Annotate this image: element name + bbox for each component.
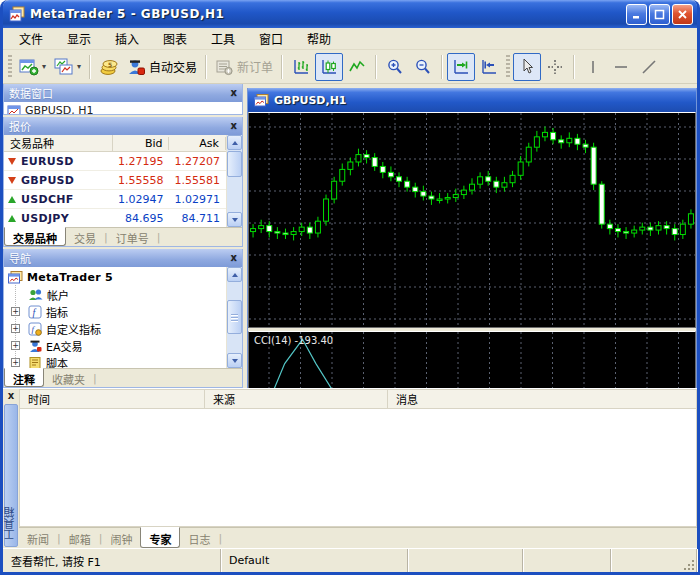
col-ask[interactable]: Ask	[169, 137, 226, 150]
menu-insert[interactable]: 插入	[103, 28, 151, 49]
tree-root[interactable]: MetaTrader 5	[4, 269, 226, 286]
quotes-panel: 报价 x 交易品种 Bid Ask EURUSD 1.27195 1.272	[3, 117, 243, 247]
shift-end-icon	[452, 58, 470, 76]
autotrading-icon	[127, 58, 146, 76]
history-center-button[interactable]: 5	[95, 53, 123, 81]
menu-help[interactable]: 帮助	[295, 28, 343, 49]
maximize-button[interactable]	[649, 4, 670, 25]
menu-file[interactable]: 文件	[7, 28, 55, 49]
tree-item-indicators[interactable]: + f 指标	[4, 303, 226, 320]
vertical-line-button[interactable]	[579, 53, 607, 81]
tab-experts[interactable]: 专家	[140, 527, 180, 548]
candlestick-chart-button[interactable]	[315, 53, 343, 81]
data-window-titlebar[interactable]: 数据窗口 x	[4, 84, 242, 102]
tab-news[interactable]: 新闻	[19, 528, 57, 548]
tab-common[interactable]: 注释	[4, 368, 44, 387]
close-icon[interactable]: x	[231, 88, 237, 98]
col-bid[interactable]: Bid	[113, 137, 170, 150]
quote-row[interactable]: GBPUSD 1.55558 1.55581	[4, 171, 226, 190]
tree-item-custom-indicators[interactable]: + f 自定义指标	[4, 320, 226, 337]
shift-chart-end-button[interactable]	[447, 53, 475, 81]
line-chart-button[interactable]	[343, 53, 371, 81]
auto-scroll-button[interactable]	[475, 53, 503, 81]
toolbar-grip[interactable]	[506, 55, 510, 79]
quote-row[interactable]: EURUSD 1.27195 1.27207	[4, 152, 226, 171]
new-order-icon	[215, 58, 234, 76]
price-direction-icon	[8, 177, 16, 184]
close-icon[interactable]: x	[231, 253, 237, 263]
tab-ticket[interactable]: 订单号	[108, 228, 157, 246]
new-chart-button[interactable]: ▾	[15, 53, 50, 81]
zoom-out-button[interactable]	[409, 53, 437, 81]
tree-item-accounts[interactable]: 帐户	[4, 286, 226, 303]
custom-indicator-icon: f	[28, 322, 42, 336]
col-message[interactable]: 消息	[388, 391, 696, 407]
toolbox-band[interactable]: 工具箱	[4, 404, 18, 547]
expand-icon[interactable]: +	[11, 341, 20, 350]
status-cell	[408, 549, 523, 572]
tab-favorites[interactable]: 收藏夹	[44, 369, 93, 387]
autotrading-label: 自动交易	[149, 58, 197, 75]
bar-chart-icon	[292, 58, 310, 76]
tab-mailbox[interactable]: 邮箱	[61, 528, 99, 548]
line-chart-icon	[348, 58, 366, 76]
crosshair-icon	[547, 59, 563, 75]
crosshair-button[interactable]	[541, 53, 569, 81]
zoom-in-button[interactable]	[381, 53, 409, 81]
expand-icon[interactable]: +	[11, 358, 20, 367]
scroll-down-icon	[227, 212, 242, 227]
quotes-title: 报价	[9, 118, 31, 134]
trendline-button[interactable]	[635, 53, 663, 81]
chart-profiles-button[interactable]: ▾	[50, 53, 85, 81]
horizontal-line-button[interactable]	[607, 53, 635, 81]
chart-window-title: GBPUSD,H1	[274, 94, 347, 107]
expand-icon[interactable]: +	[11, 307, 20, 316]
navigator-titlebar[interactable]: 导航 x	[4, 249, 242, 267]
toolbox-body[interactable]	[19, 409, 697, 527]
status-profile[interactable]: Default	[221, 549, 408, 572]
price-direction-icon	[8, 158, 16, 165]
tab-trade[interactable]: 交易	[66, 228, 104, 246]
col-symbol[interactable]: 交易品种	[4, 135, 113, 151]
col-time[interactable]: 时间	[20, 390, 205, 408]
quote-row[interactable]: USDJPY 84.695 84.711	[4, 209, 226, 227]
bar-chart-button[interactable]	[287, 53, 315, 81]
chevron-down-icon: ▾	[77, 62, 81, 71]
indicator-pane[interactable]: CCI(14) -193.40	[248, 331, 696, 388]
tree-item-expert-advisors[interactable]: + EA交易	[4, 337, 226, 354]
menu-window[interactable]: 窗口	[247, 28, 295, 49]
close-icon[interactable]: x	[8, 389, 14, 403]
expand-icon[interactable]: +	[11, 324, 20, 333]
zoom-in-icon	[386, 58, 404, 76]
navigator-scrollbar[interactable]	[226, 267, 242, 368]
price-chart-pane[interactable]	[248, 112, 696, 328]
menu-charts[interactable]: 图表	[151, 28, 199, 49]
chart-window-titlebar[interactable]: GBPUSD,H1	[248, 88, 696, 112]
col-source[interactable]: 来源	[205, 390, 388, 408]
autotrading-button[interactable]: 自动交易	[123, 53, 201, 81]
quote-row[interactable]: USDCHF 1.02947 1.02971	[4, 190, 226, 209]
window-title: MetaTrader 5 - GBPUSD,H1	[30, 7, 626, 21]
title-bar[interactable]: MetaTrader 5 - GBPUSD,H1	[3, 0, 697, 28]
toolbar: ▾ ▾ 5 自动交易 新订单	[3, 50, 697, 84]
close-icon[interactable]: x	[231, 121, 237, 131]
quotes-tabs: 交易品种 交易 | 订单号 |	[4, 227, 242, 246]
toolbar-grip[interactable]	[8, 55, 12, 79]
application-window: MetaTrader 5 - GBPUSD,H1 文件 显示 插入 图表 工具 …	[0, 0, 700, 575]
tab-alerts[interactable]: 闹钟	[102, 528, 140, 548]
tree-item-scripts[interactable]: + 脚本	[4, 354, 226, 368]
minimize-button[interactable]	[626, 4, 647, 25]
tab-journal[interactable]: 日志	[180, 528, 218, 548]
scroll-up-icon	[227, 267, 242, 282]
status-cell	[523, 549, 611, 572]
close-button[interactable]	[672, 4, 693, 25]
metatrader-icon	[8, 271, 23, 284]
quotes-scrollbar[interactable]	[226, 135, 242, 227]
cursor-button[interactable]	[513, 53, 541, 81]
menu-tools[interactable]: 工具	[199, 28, 247, 49]
tab-symbols[interactable]: 交易品种	[4, 227, 66, 246]
menu-view[interactable]: 显示	[55, 28, 103, 49]
quotes-titlebar[interactable]: 报价 x	[4, 117, 242, 135]
resize-grip[interactable]	[683, 559, 695, 571]
new-order-button[interactable]: 新订单	[211, 53, 277, 81]
